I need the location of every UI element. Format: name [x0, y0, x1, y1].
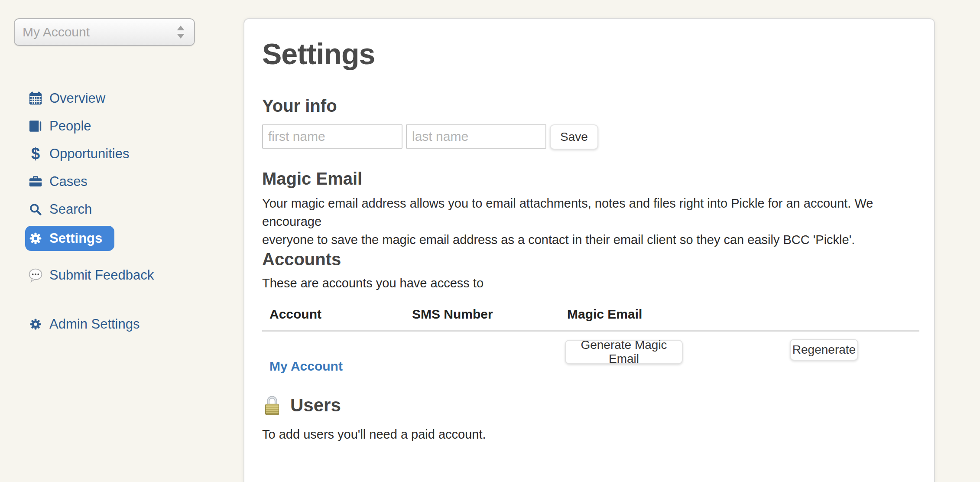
sidebar-item-opportunities[interactable]: $ Opportunities [25, 141, 141, 166]
dollar-icon: $ [25, 146, 46, 162]
speech-balloon-icon [25, 267, 46, 283]
generate-magic-email-button[interactable]: Generate Magic Email [565, 340, 683, 364]
sidebar-item-cases[interactable]: Cases [25, 169, 100, 194]
sidebar-item-search[interactable]: Search [25, 197, 104, 222]
sidebar-item-label: People [49, 118, 91, 134]
sidebar-item-admin-settings[interactable]: Admin Settings [25, 312, 152, 337]
column-header-magic-email: Magic Email [567, 308, 642, 321]
users-heading-row: Users [263, 394, 341, 416]
sidebar-item-label: Settings [49, 231, 102, 246]
select-stepper-icon [175, 24, 186, 40]
sidebar-item-submit-feedback[interactable]: Submit Feedback [25, 263, 166, 288]
calendar-icon [25, 91, 46, 106]
column-header-account: Account [269, 308, 321, 321]
table-divider [262, 330, 919, 332]
last-name-input[interactable] [406, 124, 546, 149]
sidebar-item-label: Admin Settings [49, 316, 140, 332]
column-header-sms-number: SMS Number [412, 308, 493, 321]
account-link-my-account[interactable]: My Account [269, 360, 343, 373]
briefcase-icon [25, 174, 46, 189]
sidebar-item-label: Search [49, 202, 92, 217]
sidebar-item-label: Opportunities [49, 146, 129, 162]
sidebar-item-people[interactable]: People [25, 114, 104, 139]
users-heading: Users [290, 396, 341, 414]
settings-panel: Settings Your info Save Magic Email Your… [243, 18, 935, 482]
page-title: Settings [262, 36, 375, 72]
accounts-table-header: Account SMS Number Magic Email [244, 308, 934, 323]
book-icon [25, 119, 46, 133]
sidebar-item-label: Submit Feedback [49, 267, 154, 283]
your-info-heading: Your info [262, 97, 337, 114]
account-select-value: My Account [23, 25, 175, 39]
gear-icon [25, 318, 46, 331]
users-note: To add users you'll need a paid account. [262, 427, 486, 443]
gear-icon [25, 231, 46, 245]
sidebar-item-settings[interactable]: Settings [25, 226, 114, 251]
save-button[interactable]: Save [550, 124, 598, 150]
accounts-subtext: These are accounts you have access to [262, 276, 484, 291]
your-info-form: Save [262, 124, 598, 150]
sidebar-item-label: Overview [49, 91, 105, 106]
magic-email-heading: Magic Email [262, 170, 362, 187]
sidebar-item-overview[interactable]: Overview [25, 86, 117, 111]
lock-icon [263, 394, 282, 416]
accounts-heading: Accounts [262, 251, 341, 268]
magic-email-description: Your magic email address allows you to e… [262, 194, 921, 249]
account-select[interactable]: My Account [14, 18, 195, 46]
first-name-input[interactable] [262, 124, 402, 149]
sidebar: My Account [0, 0, 243, 482]
sidebar-item-label: Cases [49, 174, 88, 189]
magic-email-description-line: everyone to save the magic email address… [262, 231, 921, 249]
magic-email-description-line: Your magic email address allows you to e… [262, 194, 921, 231]
regenerate-button[interactable]: Regenerate [790, 339, 858, 361]
magnifier-icon [25, 202, 46, 216]
app-root: My Account [0, 0, 980, 482]
